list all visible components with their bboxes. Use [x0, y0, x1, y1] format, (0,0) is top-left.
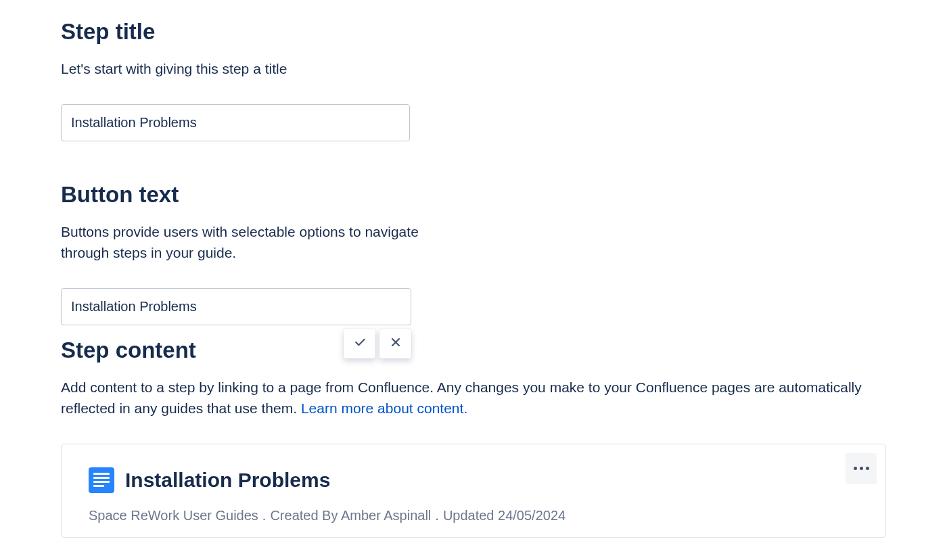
inline-edit-actions [344, 329, 411, 358]
linked-content-card: Installation Problems Space ReWork User … [61, 444, 886, 538]
check-icon [353, 335, 367, 351]
step-content-heading: Step content [61, 337, 886, 363]
step-title-input[interactable] [61, 104, 410, 141]
close-icon [389, 335, 402, 351]
button-text-description: Buttons provide users with selectable op… [61, 221, 467, 264]
card-more-button[interactable] [846, 453, 877, 484]
card-meta-space: Space ReWork User Guides [89, 508, 258, 523]
page-icon [89, 467, 114, 493]
card-meta-createdby: Created By Amber Aspinall [270, 508, 431, 523]
step-content-description: Add content to a step by linking to a pa… [61, 377, 886, 419]
learn-more-link[interactable]: Learn more about content. [301, 400, 467, 416]
confirm-button[interactable] [344, 329, 375, 358]
step-title-description: Let's start with giving this step a titl… [61, 58, 467, 80]
more-icon [854, 467, 869, 470]
card-meta: Space ReWork User Guides.Created By Ambe… [89, 508, 858, 523]
card-meta-updated: Updated 24/05/2024 [443, 508, 565, 523]
button-text-input[interactable] [61, 288, 411, 325]
button-text-heading: Button text [61, 182, 886, 208]
card-title: Installation Problems [125, 469, 330, 492]
step-title-heading: Step title [61, 19, 886, 45]
cancel-button[interactable] [379, 329, 411, 358]
